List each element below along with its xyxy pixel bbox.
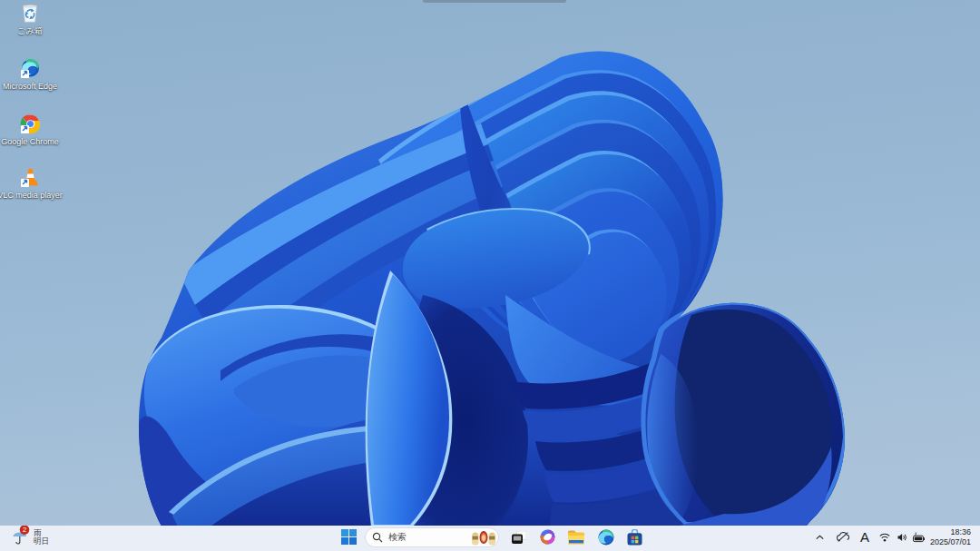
svg-text:2: 2 — [23, 526, 26, 534]
